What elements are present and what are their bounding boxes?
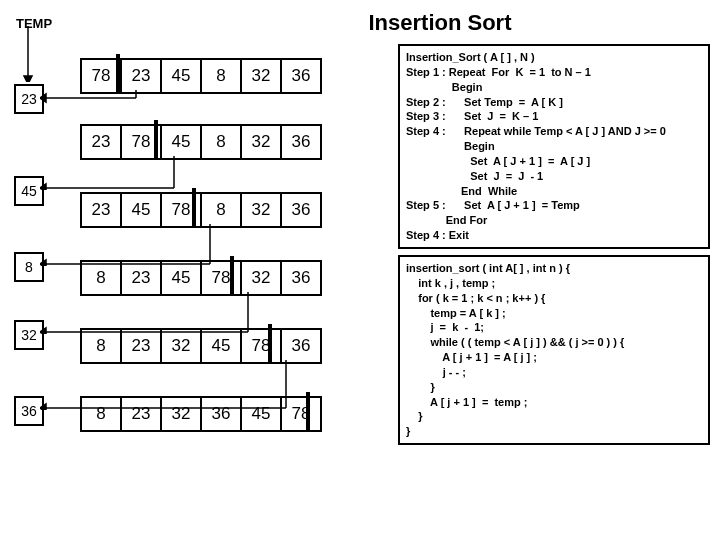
cell: 8 xyxy=(200,124,242,160)
sorted-marker xyxy=(192,188,196,228)
cell: 45 xyxy=(120,192,162,228)
cell: 32 xyxy=(240,124,282,160)
cell: 23 xyxy=(80,124,122,160)
cell: 36 xyxy=(280,328,322,364)
cell: 8 xyxy=(200,192,242,228)
c-code-box: insertion_sort ( int A[ ] , int n ) { in… xyxy=(398,255,710,445)
cell: 32 xyxy=(240,58,282,94)
svg-marker-1 xyxy=(24,76,32,82)
cell: 36 xyxy=(280,192,322,228)
svg-marker-4 xyxy=(40,94,46,102)
sorted-marker xyxy=(154,120,158,160)
arrow-a2-to-temp2 xyxy=(40,224,216,266)
array-row-2: 23 45 78 8 32 36 xyxy=(80,192,322,228)
arrow-a3-to-temp3 xyxy=(40,292,254,334)
visualization-panel: TEMP 23 45 8 32 36 78 23 45 8 32 36 23 7… xyxy=(10,44,390,445)
array-row-1: 23 78 45 8 32 36 xyxy=(80,124,322,160)
arrow-a0-to-temp0 xyxy=(40,88,140,110)
cell: 32 xyxy=(240,192,282,228)
svg-marker-7 xyxy=(40,184,46,190)
cell: 23 xyxy=(80,192,122,228)
cell: 36 xyxy=(280,124,322,160)
sorted-marker xyxy=(268,324,272,364)
cell: 36 xyxy=(280,260,322,296)
sorted-marker xyxy=(230,256,234,296)
svg-marker-13 xyxy=(40,328,46,334)
cell: 45 xyxy=(160,124,202,160)
svg-marker-10 xyxy=(40,260,46,266)
pseudocode-box: Insertion_Sort ( A [ ] , N ) Step 1 : Re… xyxy=(398,44,710,249)
page-title: Insertion Sort xyxy=(170,10,710,36)
cell: 45 xyxy=(160,58,202,94)
arrow-a4-to-temp4 xyxy=(40,360,292,410)
cell: 36 xyxy=(280,58,322,94)
sorted-marker xyxy=(306,392,310,432)
svg-marker-16 xyxy=(40,404,46,410)
arrow-a1-to-temp1 xyxy=(40,156,180,190)
cell: 8 xyxy=(200,58,242,94)
arrow-temp-to-box xyxy=(20,26,40,82)
cell: 32 xyxy=(240,260,282,296)
